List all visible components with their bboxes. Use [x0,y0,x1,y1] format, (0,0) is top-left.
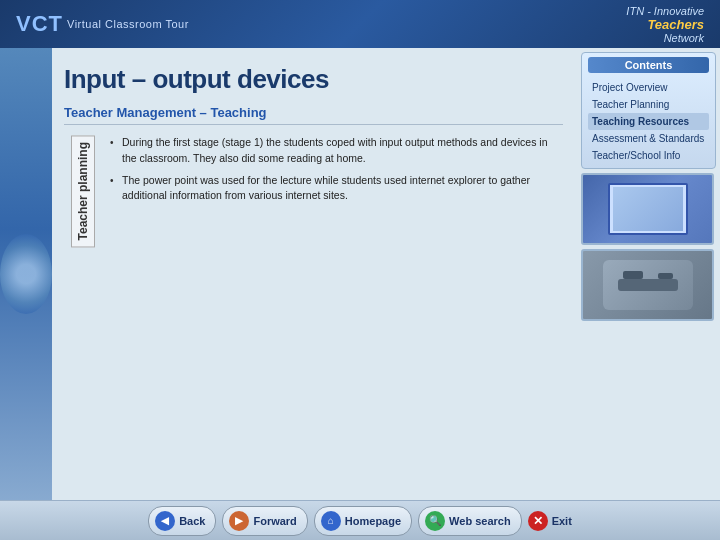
screen-visual [608,183,688,235]
logo-area: VCT Virtual Classroom Tour [16,11,189,37]
nav-teacher-planning[interactable]: Teacher Planning [588,96,709,113]
vct-text: VCT [16,11,63,37]
bullet-item-1: • During the first stage (stage 1) the s… [110,135,563,167]
forward-button[interactable]: ▶ Forward [222,506,307,536]
forward-icon: ▶ [229,511,249,531]
decoration-circle [0,234,52,314]
content-row: Teacher planning • During the first stag… [64,135,563,247]
bottom-nav-bar: ◀ Back ▶ Forward ⌂ Homepage 🔍 Web search… [0,500,720,540]
text-content: • During the first stage (stage 1) the s… [110,135,563,247]
contents-box: Contents Project Overview Teacher Planni… [581,52,716,169]
bullet-item-2: • The power point was used for the lectu… [110,173,563,205]
bullet-text-1: During the first stage (stage 1) the stu… [122,135,563,167]
nav-teaching-resources[interactable]: Teaching Resources [588,113,709,130]
vct-subtitle: Virtual Classroom Tour [67,18,189,30]
itn-line1: ITN - Innovative [626,5,704,17]
vct-logo: VCT Virtual Classroom Tour [16,11,189,37]
right-sidebar: Contents Project Overview Teacher Planni… [575,48,720,500]
mechanical-visual [603,260,693,310]
planning-label: Teacher planning [71,135,95,247]
homepage-label: Homepage [345,515,401,527]
bullet-dot-2: • [110,173,118,205]
itn-line3: Network [626,32,704,44]
images-area [581,173,716,321]
main-area: Input – output devices Teacher Managemen… [0,48,720,500]
center-content: Input – output devices Teacher Managemen… [52,48,575,500]
nav-assessment-standards[interactable]: Assessment & Standards [588,130,709,147]
nav-project-overview[interactable]: Project Overview [588,79,709,96]
homepage-button[interactable]: ⌂ Homepage [314,506,412,536]
back-button[interactable]: ◀ Back [148,506,216,536]
bullet-dot-1: • [110,135,118,167]
back-icon: ◀ [155,511,175,531]
websearch-button[interactable]: 🔍 Web search [418,506,522,536]
image-device [581,249,714,321]
top-bar: VCT Virtual Classroom Tour ITN - Innovat… [0,0,720,48]
back-label: Back [179,515,205,527]
homepage-icon: ⌂ [321,511,341,531]
websearch-label: Web search [449,515,511,527]
section-subtitle: Teacher Management – Teaching [64,105,563,125]
page-title: Input – output devices [64,64,563,95]
left-decoration [0,48,52,500]
screen-inner [613,187,683,231]
exit-button[interactable]: ✕ Exit [528,511,572,531]
itn-line2: Teachers [626,17,704,32]
contents-title: Contents [588,57,709,73]
exit-icon: ✕ [528,511,548,531]
image-screen [581,173,714,245]
itn-logo: ITN - Innovative Teachers Network [626,5,704,44]
planning-sidebar: Teacher planning [64,135,102,247]
bullet-text-2: The power point was used for the lecture… [122,173,563,205]
websearch-icon: 🔍 [425,511,445,531]
forward-label: Forward [253,515,296,527]
exit-label: Exit [552,515,572,527]
mechanical-arm [618,279,678,291]
nav-teacher-school-info[interactable]: Teacher/School Info [588,147,709,164]
